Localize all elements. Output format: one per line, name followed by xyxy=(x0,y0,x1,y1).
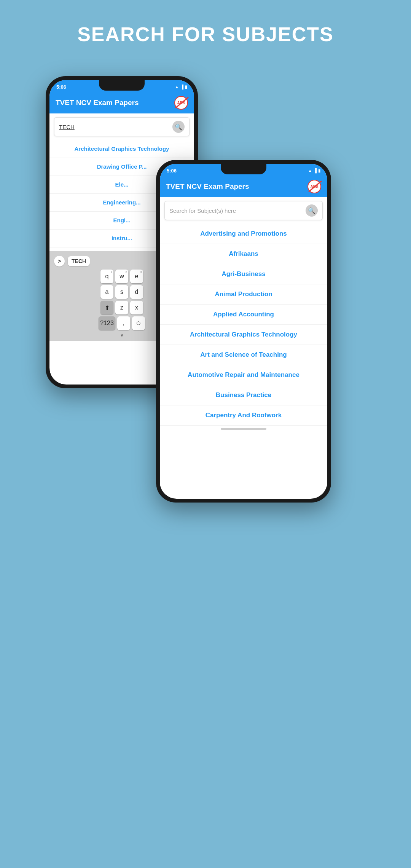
subject-link[interactable]: Applied Accounting xyxy=(213,311,274,318)
page-title: SEARCH FOR SUBJECTS xyxy=(77,23,334,46)
subject-link[interactable]: Advertising and Promotions xyxy=(200,230,287,237)
subject-link[interactable]: Drawing Office P... xyxy=(97,163,147,170)
notch-back xyxy=(99,80,145,91)
list-item[interactable]: Architectural Graphics Technology xyxy=(160,325,327,345)
key-d[interactable]: d xyxy=(130,285,143,299)
list-item[interactable]: Art and Science of Teaching xyxy=(160,345,327,365)
key-q[interactable]: q1 xyxy=(100,270,113,283)
list-item[interactable]: Automotive Repair and Maintenance xyxy=(160,365,327,385)
key-e[interactable]: e3 xyxy=(130,270,143,283)
key-comma[interactable]: , xyxy=(117,316,130,330)
list-item[interactable]: Agri-Business xyxy=(160,264,327,284)
search-bar-back[interactable]: TECH 🔍 xyxy=(54,117,190,136)
list-item[interactable]: Applied Accounting xyxy=(160,305,327,325)
front-phone: 5:06 ▲ ▐ ▮ TVET NCV Exam Papers ADS Sear… xyxy=(156,160,331,503)
subject-link[interactable]: Agri-Business xyxy=(221,270,265,278)
app-bar-back: TVET NCV Exam Papers ADS xyxy=(49,92,194,113)
subject-link[interactable]: Animal Production xyxy=(215,290,272,298)
subject-link[interactable]: Engineering... xyxy=(103,199,140,206)
key-shift[interactable]: ⬆ xyxy=(100,301,113,314)
search-button-back[interactable]: 🔍 xyxy=(172,121,185,133)
expand-key[interactable]: > xyxy=(54,256,65,266)
time-back: 5:06 xyxy=(56,84,66,90)
wifi-icon: ▲ xyxy=(175,85,179,89)
subject-link[interactable]: Architectural Graphics Technology xyxy=(75,145,169,152)
ads-text-front: ADS xyxy=(310,185,318,189)
search-button-front[interactable]: 🔍 xyxy=(306,204,318,217)
subject-link[interactable]: Afrikaans xyxy=(229,250,258,257)
battery-icon: ▮ xyxy=(185,85,187,89)
list-item[interactable]: Business Practice xyxy=(160,385,327,405)
subject-link[interactable]: Art and Science of Teaching xyxy=(200,351,287,358)
subject-link[interactable]: Business Practice xyxy=(216,391,271,399)
search-placeholder-front[interactable]: Search for Subject(s) here xyxy=(169,207,306,214)
search-bar-front[interactable]: Search for Subject(s) here 🔍 xyxy=(164,201,323,220)
list-item[interactable]: Afrikaans xyxy=(160,244,327,264)
app-title-back: TVET NCV Exam Papers xyxy=(56,99,139,107)
status-icons-front: ▲ ▐ ▮ xyxy=(308,168,320,173)
key-z[interactable]: z xyxy=(115,301,128,314)
status-icons-back: ▲ ▐ ▮ xyxy=(175,85,187,89)
home-indicator xyxy=(221,428,266,430)
subject-link[interactable]: Carpentry And Roofwork xyxy=(206,412,282,419)
list-item[interactable]: Carpentry And Roofwork xyxy=(160,405,327,426)
key-a[interactable]: a xyxy=(100,285,113,299)
subject-link[interactable]: Ele... xyxy=(115,181,128,188)
list-item[interactable]: Architectural Graphics Technology xyxy=(49,140,194,158)
signal-icon: ▐ xyxy=(180,85,183,89)
subject-list-front: Advertising and Promotions Afrikaans Agr… xyxy=(160,224,327,426)
search-value-back[interactable]: TECH xyxy=(59,124,172,130)
key-emoji[interactable]: ☺ xyxy=(132,316,145,330)
subject-link[interactable]: Engi... xyxy=(113,217,131,223)
list-item[interactable]: Animal Production xyxy=(160,284,327,305)
phones-container: 5:06 ▲ ▐ ▮ TVET NCV Exam Papers ADS TECH… xyxy=(34,76,377,780)
signal-icon-front: ▐ xyxy=(314,168,317,173)
app-bar-front: TVET NCV Exam Papers ADS xyxy=(160,176,327,197)
subject-link[interactable]: Architectural Graphics Technology xyxy=(190,331,297,338)
app-title-front: TVET NCV Exam Papers xyxy=(166,182,249,191)
ads-badge-front: ADS xyxy=(307,180,321,193)
ads-text-back: ADS xyxy=(177,101,185,105)
battery-icon-front: ▮ xyxy=(318,168,320,173)
subject-link[interactable]: Instru... xyxy=(112,235,132,241)
key-123[interactable]: ?123 xyxy=(99,316,115,330)
time-front: 5:06 xyxy=(167,168,177,174)
ads-badge-back: ADS xyxy=(174,96,188,110)
wifi-icon-front: ▲ xyxy=(308,168,312,173)
subject-link[interactable]: Automotive Repair and Maintenance xyxy=(188,371,299,378)
key-x[interactable]: x xyxy=(130,301,143,314)
key-s[interactable]: s xyxy=(115,285,128,299)
list-item[interactable]: Advertising and Promotions xyxy=(160,224,327,244)
key-w[interactable]: w2 xyxy=(115,270,128,283)
notch-front xyxy=(221,164,266,174)
keyboard-word: TECH xyxy=(68,256,90,266)
